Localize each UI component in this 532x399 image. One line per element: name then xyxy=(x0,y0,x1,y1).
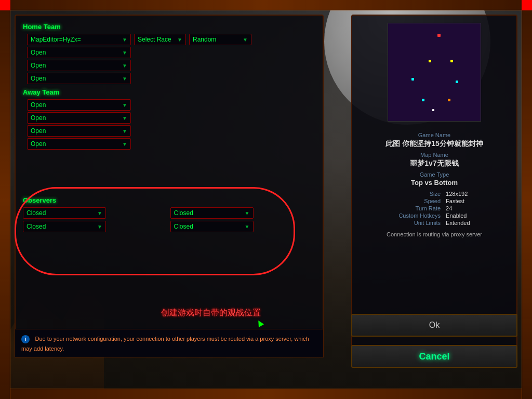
observer-slot-2-label: Closed xyxy=(174,209,193,217)
away-slot-4-dropdown[interactable]: Open ▼ xyxy=(27,138,131,150)
away-slot-4-arrow: ▼ xyxy=(122,141,127,147)
game-type-value: Top vs Bottom xyxy=(360,179,509,187)
observer-slot-1-dropdown[interactable]: Closed ▼ xyxy=(23,207,106,219)
observer-slot-2-arrow: ▼ xyxy=(245,210,250,216)
left-frame-bar xyxy=(0,0,10,399)
home-team-players: MapEditor=HyZx= ▼ Select Race ▼ Random ▼… xyxy=(27,34,315,84)
map-dot-yellow1 xyxy=(429,60,431,62)
size-value: 128x192 xyxy=(446,191,504,197)
home-slot-3-dropdown[interactable]: Open ▼ xyxy=(27,73,131,84)
top-frame-bar xyxy=(0,0,532,10)
corner-indicator-tr xyxy=(522,0,532,10)
turn-rate-label: Turn Rate xyxy=(365,205,441,211)
observers-grid: Closed ▼ Closed ▼ Closed ▼ Closed ▼ xyxy=(23,207,315,232)
player1-row: MapEditor=HyZx= ▼ Select Race ▼ Random ▼ xyxy=(27,34,315,45)
away-slot-3-row: Open ▼ xyxy=(27,125,315,137)
home-team-label: Home Team xyxy=(23,23,315,31)
home-slot-3-row: Open ▼ xyxy=(27,73,315,84)
left-panel: Home Team MapEditor=HyZx= ▼ Select Race … xyxy=(15,15,324,357)
away-team-section: Away Team Open ▼ Open ▼ Open ▼ xyxy=(23,88,315,150)
info-grid: Size 128x192 Speed Fastest Turn Rate 24 … xyxy=(360,191,509,226)
away-slot-1-row: Open ▼ xyxy=(27,99,315,111)
away-slot-1-dropdown[interactable]: Open ▼ xyxy=(27,99,131,111)
away-slot-3-dropdown[interactable]: Open ▼ xyxy=(27,125,131,137)
race-label: Select Race xyxy=(138,36,171,43)
observer-slot-3-dropdown[interactable]: Closed ▼ xyxy=(23,221,106,232)
map-dot-cyan2 xyxy=(456,81,458,83)
map-dot-yellow2 xyxy=(450,60,453,62)
away-slot-4-row: Open ▼ xyxy=(27,138,315,150)
race-select-dropdown[interactable]: Select Race ▼ xyxy=(134,34,186,45)
observer-slot-4-label: Closed xyxy=(174,223,193,230)
map-name-label: Map Name xyxy=(360,152,509,158)
away-slot-2-arrow: ▼ xyxy=(122,115,127,121)
home-slot-2-row: Open ▼ xyxy=(27,60,315,71)
unit-limits-value: Extended xyxy=(446,220,504,226)
map-name-value: 噩梦1v7无限钱 xyxy=(360,159,509,168)
player1-dropdown[interactable]: MapEditor=HyZx= ▼ xyxy=(27,34,131,45)
observer-slot-4-dropdown[interactable]: Closed ▼ xyxy=(170,221,254,232)
ok-button[interactable]: Ok xyxy=(351,314,517,337)
away-slot-2-row: Open ▼ xyxy=(27,112,315,124)
observer-slot-2-dropdown[interactable]: Closed ▼ xyxy=(170,207,254,219)
map-dot-orange xyxy=(448,99,450,101)
game-name-label: Game Name xyxy=(360,132,509,138)
game-name-value: 此图 你能坚持15分钟就能封神 xyxy=(360,139,509,149)
home-slot-2-label: Open xyxy=(31,62,46,69)
corner-indicator-tl xyxy=(0,0,10,10)
random-dropdown[interactable]: Random ▼ xyxy=(189,34,251,45)
observer-slot-4-arrow: ▼ xyxy=(245,224,250,230)
map-preview xyxy=(388,23,481,122)
observer-slot-1-arrow: ▼ xyxy=(97,210,102,216)
size-label: Size xyxy=(365,191,441,197)
map-background xyxy=(388,23,481,121)
away-slot-2-dropdown[interactable]: Open ▼ xyxy=(27,112,131,124)
away-slot-4-label: Open xyxy=(31,140,46,148)
home-slot-1-arrow: ▼ xyxy=(122,50,127,56)
home-slot-3-arrow: ▼ xyxy=(122,76,127,82)
map-dot-cyan1 xyxy=(411,78,414,81)
info-message-text: Due to your network configuration, your … xyxy=(21,336,309,352)
random-arrow: ▼ xyxy=(243,37,248,43)
observer-slot-3-arrow: ▼ xyxy=(97,224,102,230)
home-team-section: Home Team MapEditor=HyZx= ▼ Select Race … xyxy=(23,23,315,84)
player1-name: MapEditor=HyZx= xyxy=(31,36,81,43)
turn-rate-value: 24 xyxy=(446,205,504,211)
away-team-players: Open ▼ Open ▼ Open ▼ Open ▼ xyxy=(27,99,315,150)
proxy-message: Connection is routing via proxy server xyxy=(360,231,509,237)
away-slot-3-arrow: ▼ xyxy=(122,128,127,134)
speed-value: Fastest xyxy=(446,198,504,204)
map-dot-cyan3 xyxy=(422,99,424,101)
observers-label: Observers xyxy=(23,196,315,204)
player1-arrow: ▼ xyxy=(122,37,127,43)
away-slot-3-label: Open xyxy=(31,127,46,135)
info-icon: i xyxy=(21,335,30,343)
observer-slot-1-label: Closed xyxy=(26,209,46,217)
cancel-button[interactable]: Cancel xyxy=(351,345,517,368)
game-info: Game Name 此图 你能坚持15分钟就能封神 Map Name 噩梦1v7… xyxy=(360,129,509,237)
map-dot-white xyxy=(432,109,434,111)
bottom-frame-bar xyxy=(0,389,532,399)
away-slot-1-label: Open xyxy=(31,101,46,109)
away-team-label: Away Team xyxy=(23,88,315,96)
info-message-box: i Due to your network configuration, you… xyxy=(15,329,324,357)
home-slot-3-label: Open xyxy=(31,75,46,82)
race-arrow: ▼ xyxy=(177,37,182,43)
annotation-chinese-text: 创建游戏时自带的观战位置 xyxy=(161,308,261,318)
home-slot-2-arrow: ▼ xyxy=(122,63,127,69)
home-slot-1-label: Open xyxy=(31,49,46,56)
speed-label: Speed xyxy=(365,198,441,204)
right-panel: Game Name 此图 你能坚持15分钟就能封神 Map Name 噩梦1v7… xyxy=(351,15,517,357)
home-slot-2-dropdown[interactable]: Open ▼ xyxy=(27,60,131,71)
observers-section: Observers Closed ▼ Closed ▼ Closed ▼ Clo… xyxy=(23,196,315,232)
random-label: Random xyxy=(193,36,216,43)
cancel-label: Cancel xyxy=(419,351,449,362)
away-slot-2-label: Open xyxy=(31,114,46,122)
right-frame-bar xyxy=(522,0,532,399)
custom-hotkeys-label: Custom Hotkeys xyxy=(365,212,441,219)
unit-limits-label: Unit Limits xyxy=(365,220,441,226)
home-slot-1-dropdown[interactable]: Open ▼ xyxy=(27,47,131,58)
ok-label: Ok xyxy=(429,321,440,330)
custom-hotkeys-value: Enabled xyxy=(446,212,504,219)
home-slot-1-row: Open ▼ xyxy=(27,47,315,58)
